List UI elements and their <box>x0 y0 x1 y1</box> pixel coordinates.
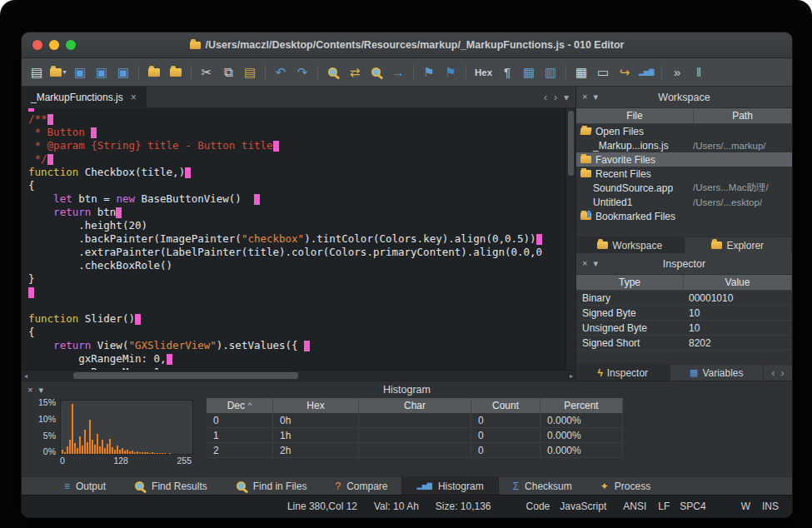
overflow-icon[interactable]: » <box>669 63 685 82</box>
code-line[interactable]: return View("GXSliderView").setValues({ <box>28 339 566 352</box>
editor-vertical-scrollbar[interactable] <box>565 108 575 370</box>
minimize-window-button[interactable] <box>49 40 59 50</box>
code-line[interactable] <box>28 299 566 312</box>
code-line[interactable]: } <box>28 272 566 286</box>
bottom-tab-checksum[interactable]: ΣChecksum <box>499 477 586 495</box>
hscroll-left-arrow-icon[interactable]: ◂ <box>24 372 27 380</box>
workspace-menu-icon[interactable]: ▾ <box>593 92 598 102</box>
status-size[interactable]: Size: 10,136 <box>436 501 491 512</box>
column-grid-icon[interactable]: ▥ <box>542 63 559 82</box>
bottom-tab-output[interactable]: ≡Output <box>50 477 120 495</box>
bottom-tab-process[interactable]: ✦Process <box>586 477 665 495</box>
histogram-table-row[interactable]: 00h00.000% <box>207 413 623 428</box>
workspace-row[interactable]: SoundSource.app/Users...Mac助理/ <box>576 181 792 195</box>
printer-icon[interactable]: ▭ <box>595 63 611 82</box>
code-line[interactable] <box>28 286 566 299</box>
byte-grid-icon[interactable]: ▦ <box>521 63 537 82</box>
tab-scroll-right-icon[interactable]: › <box>554 92 557 103</box>
histogram-col-dec[interactable]: Dec ^ <box>207 398 273 413</box>
inspector-tab[interactable]: ϟ Inspector <box>576 365 670 381</box>
workspace-tab[interactable]: Workspace <box>576 237 685 253</box>
workspace-col-path[interactable]: Path <box>694 108 792 123</box>
bottom-tab-histogram[interactable]: ▂▅▇Histogram <box>401 477 498 495</box>
histogram-table-row[interactable]: 22h00.000% <box>207 443 623 458</box>
inspector-row[interactable]: Signed Short8202 <box>576 336 792 351</box>
title-bar[interactable]: /Users/maczl/Desktop/Contents/Resources/… <box>22 32 792 58</box>
save-icon[interactable]: ▣ <box>72 63 88 82</box>
close-window-button[interactable] <box>32 40 42 50</box>
explorer-tab[interactable]: Explorer <box>685 237 793 253</box>
code-line[interactable]: * @param {String} title - Button title <box>28 139 566 152</box>
undo-icon[interactable]: ↶ <box>272 63 289 82</box>
chart-icon[interactable]: ▂▅▇ <box>638 63 655 82</box>
histogram-col-hex[interactable]: Hex <box>273 398 359 413</box>
redo-icon[interactable]: ↷ <box>294 63 311 82</box>
status-line-col[interactable]: Line 380,Col 12 <box>287 501 357 512</box>
open-file-icon[interactable]: ▾ <box>50 63 67 82</box>
inspector-menu-icon[interactable]: ▾ <box>593 258 598 269</box>
zoom-window-button[interactable] <box>66 40 76 50</box>
code-line[interactable]: let btn = new BaseButtonView() <box>28 192 566 206</box>
hex-mode-button[interactable]: Hex <box>473 63 494 82</box>
editor-horizontal-scrollbar[interactable]: ◂ ▸ <box>22 370 575 381</box>
inspector-tab-next-icon[interactable]: › <box>781 367 785 379</box>
paste-icon[interactable]: ▤ <box>242 63 258 82</box>
code-line[interactable]: .backPainter(ImagePainter("checkbox").ti… <box>28 232 566 246</box>
workspace-row[interactable]: Open Files <box>576 124 792 138</box>
inspector-col-type[interactable]: Type <box>576 275 684 290</box>
inspector-row[interactable]: Unsigned Byte10 <box>576 321 792 336</box>
calculator-icon[interactable]: ▦ <box>573 63 590 82</box>
workspace-row[interactable]: Recent Files <box>576 167 792 181</box>
code-line[interactable]: gxRangeMin: 0, <box>28 352 566 366</box>
favorites-folder-icon[interactable] <box>167 63 184 82</box>
workspace-col-file[interactable]: File <box>576 108 694 123</box>
new-folder-icon[interactable] <box>146 63 162 82</box>
workspace-row[interactable]: Untitled1/Users/...esktop/ <box>576 195 792 209</box>
horizontal-scrollbar-thumb[interactable] <box>73 372 298 379</box>
goto-icon[interactable]: → <box>390 63 406 82</box>
code-line[interactable]: * Button <box>28 126 566 139</box>
histogram-col-percent[interactable]: Percent <box>541 398 623 413</box>
find-icon[interactable] <box>325 63 341 82</box>
code-line[interactable]: function Checkbox(title,) <box>28 166 566 179</box>
replace-icon[interactable]: ⇄ <box>346 63 363 82</box>
variables-tab[interactable]: ▦ Variables <box>670 365 765 381</box>
histogram-col-count[interactable]: Count <box>471 398 541 413</box>
histogram-menu-icon[interactable]: ▾ <box>38 385 43 396</box>
save-all-icon[interactable]: ▣ <box>115 63 132 82</box>
histogram-col-char[interactable]: Char <box>359 398 471 413</box>
tab-list-icon[interactable]: ▾ <box>564 92 569 103</box>
code-line[interactable]: .extraPainter(LabelPainter(title).color(… <box>28 246 566 259</box>
vertical-scrollbar-thumb[interactable] <box>568 111 574 176</box>
tab-markupfunctions[interactable]: _MarkupFunctions.js × <box>22 87 147 107</box>
bottom-tab-find-in-files[interactable]: Find in Files <box>222 477 321 495</box>
inspector-row[interactable]: Signed Byte10 <box>576 306 792 321</box>
workspace-close-icon[interactable]: × <box>582 92 587 102</box>
code-line[interactable]: .checkBoxRole() <box>28 259 566 272</box>
status-charset[interactable]: ANSI <box>623 501 646 512</box>
find-in-files-icon[interactable] <box>368 63 385 82</box>
workspace-row[interactable]: Bookmarked Files <box>576 209 792 223</box>
code-line[interactable]: /** <box>28 112 566 126</box>
code-line[interactable]: { <box>28 326 566 339</box>
bookmarks-list-icon[interactable]: ⚑ <box>442 63 459 82</box>
inspector-row[interactable]: Binary00001010 <box>576 291 792 306</box>
copy-icon[interactable]: ⧉ <box>220 63 237 82</box>
bottom-tab-find-results[interactable]: Find Results <box>120 477 222 495</box>
hscroll-right-arrow-icon[interactable]: ▸ <box>570 372 573 380</box>
histogram-close-icon[interactable]: × <box>27 385 32 396</box>
tab-close-icon[interactable]: × <box>131 92 137 103</box>
cut-icon[interactable]: ✂ <box>198 63 215 82</box>
code-line[interactable]: return btn <box>28 206 566 219</box>
code-line[interactable]: .height(20) <box>28 219 566 232</box>
save-as-icon[interactable]: ▣ <box>93 63 110 82</box>
workspace-row[interactable]: _Markup...ions.js/Users/...markup/ <box>576 138 792 152</box>
tab-scroll-left-icon[interactable]: ‹ <box>544 92 547 103</box>
status-language[interactable]: JavaScript <box>560 501 606 512</box>
inspector-tab-prev-icon[interactable]: ‹ <box>772 367 775 379</box>
status-line-ending[interactable]: LF <box>658 501 670 512</box>
status-value[interactable]: Val: 10 Ah <box>374 501 419 512</box>
workspace-row[interactable]: Favorite Files <box>576 152 792 167</box>
inspector-col-value[interactable]: Value <box>684 275 792 290</box>
bottom-tab-compare[interactable]: ?Compare <box>321 477 401 495</box>
